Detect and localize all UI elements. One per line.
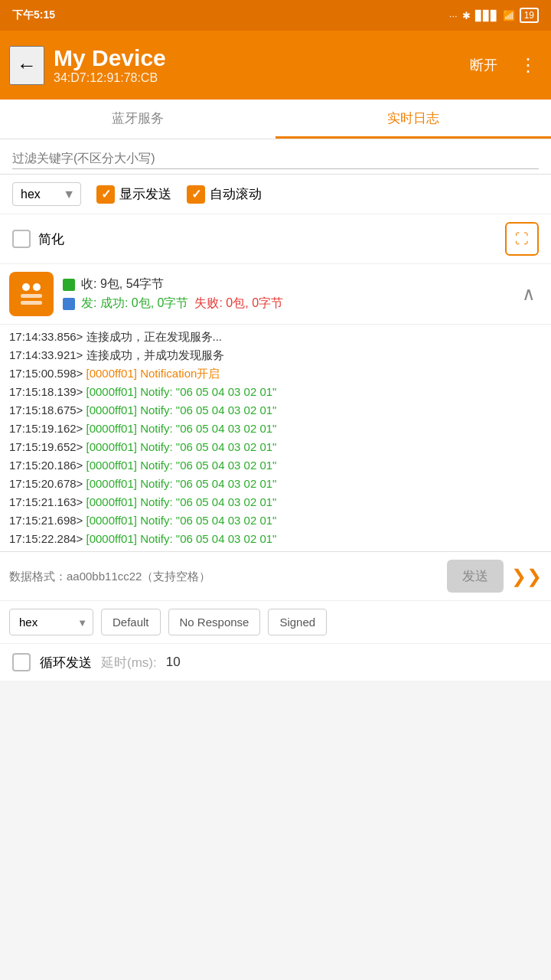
send-format-select[interactable]: hex — [9, 609, 93, 635]
loop-send-checkbox[interactable] — [12, 653, 31, 671]
signal-dots-icon: ··· — [449, 10, 458, 21]
disconnect-button[interactable]: 断开 — [462, 51, 505, 79]
log-line: 17:15:22.284> [0000ff01] Notify: "06 05 … — [9, 530, 542, 548]
bottom-options: hex ▼ Default No Response Signed — [0, 600, 551, 643]
show-send-checkbox[interactable]: ✓ — [96, 185, 115, 204]
icon-line2 — [21, 301, 42, 305]
log-timestamp: 17:14:33.856> — [9, 330, 83, 343]
log-message: 连接成功，并成功发现服务 — [83, 348, 223, 361]
send-button[interactable]: 发送 — [447, 560, 504, 593]
wifi-icon: 📶 — [503, 10, 515, 21]
status-bar: 下午5:15 ··· ✱ ▊▊▊ 📶 19 — [0, 0, 551, 31]
log-message: 连接成功，正在发现服务... — [83, 330, 222, 343]
recv-stat: 收: 9包, 54字节 — [63, 276, 507, 292]
simplify-left: 简化 — [12, 230, 64, 248]
log-line: 17:15:19.652> [0000ff01] Notify: "06 05 … — [9, 438, 542, 456]
send-success-text: 发: 成功: 0包, 0字节 — [81, 296, 188, 312]
log-line: 17:15:21.698> [0000ff01] Notify: "06 05 … — [9, 511, 542, 530]
icon-dot2 — [33, 283, 41, 291]
title-block: My Device 34:D7:12:91:78:CB — [54, 45, 453, 85]
loop-send-label: 循环发送 — [40, 654, 92, 671]
log-timestamp: 17:15:22.284> — [9, 532, 83, 545]
log-timestamp: 17:15:21.163> — [9, 495, 83, 508]
icon-line1 — [21, 294, 42, 298]
send-indicator — [63, 298, 75, 310]
log-line: 17:15:00.598> [0000ff01] Notification开启 — [9, 364, 542, 383]
log-line: 17:15:21.163> [0000ff01] Notify: "06 05 … — [9, 493, 542, 511]
auto-scroll-checkbox-label[interactable]: ✓ 自动滚动 — [187, 185, 262, 204]
show-send-checkbox-label[interactable]: ✓ 显示发送 — [96, 185, 171, 204]
simplify-row: 简化 ⛶ — [0, 214, 551, 264]
tab-realtime-log[interactable]: 实时日志 — [276, 100, 551, 139]
log-icon-block — [9, 272, 54, 316]
log-line: 17:15:20.186> [0000ff01] Notify: "06 05 … — [9, 456, 542, 475]
battery-icon: 19 — [520, 8, 539, 23]
expand-button[interactable]: ⛶ — [505, 222, 539, 256]
log-line: 17:15:18.675> [0000ff01] Notify: "06 05 … — [9, 401, 542, 420]
log-panel: 收: 9包, 54字节 发: 成功: 0包, 0字节 失败: 0包, 0字节 ∧… — [0, 264, 551, 551]
auto-scroll-checkbox[interactable]: ✓ — [187, 185, 205, 204]
delay-value: 10 — [166, 655, 181, 670]
status-time: 下午5:15 — [12, 8, 55, 22]
log-line: 17:14:33.921> 连接成功，并成功发现服务 — [9, 346, 542, 364]
log-message: [0000ff01] Notify: "06 05 04 03 02 01" — [83, 440, 276, 453]
log-line: 17:15:19.162> [0000ff01] Notify: "06 05 … — [9, 420, 542, 438]
log-message: [0000ff01] Notify: "06 05 04 03 02 01" — [83, 385, 276, 398]
tab-bar: 蓝牙服务 实时日志 — [0, 100, 551, 139]
filter-input[interactable] — [12, 149, 539, 169]
log-message: [0000ff01] Notify: "06 05 04 03 02 01" — [83, 477, 276, 490]
log-timestamp: 17:15:18.675> — [9, 403, 83, 416]
send-stat: 发: 成功: 0包, 0字节 失败: 0包, 0字节 — [63, 296, 507, 312]
log-timestamp: 17:15:20.186> — [9, 459, 83, 472]
send-bar: 发送 ❯❯ — [0, 551, 551, 600]
log-message: [0000ff01] Notify: "06 05 04 03 02 01" — [83, 403, 276, 416]
signed-button[interactable]: Signed — [268, 609, 327, 635]
log-timestamp: 17:15:20.678> — [9, 477, 83, 490]
log-stats: 收: 9包, 54字节 发: 成功: 0包, 0字节 失败: 0包, 0字节 — [63, 276, 507, 312]
loop-send-row: 循环发送 延时(ms): 10 — [0, 643, 551, 681]
back-button[interactable]: ← — [9, 46, 44, 85]
log-timestamp: 17:14:33.921> — [9, 348, 83, 361]
log-timestamp: 17:15:00.598> — [9, 367, 83, 380]
send-fail-text: 失败: 0包, 0字节 — [194, 296, 283, 312]
tab-bluetooth-services[interactable]: 蓝牙服务 — [0, 100, 276, 139]
checkmark-icon: ✓ — [101, 187, 111, 201]
log-message: [0000ff01] Notify: "06 05 04 03 02 01" — [83, 422, 276, 435]
log-header: 收: 9包, 54字节 发: 成功: 0包, 0字节 失败: 0包, 0字节 ∧ — [0, 264, 551, 325]
log-message: [0000ff01] Notification开启 — [83, 367, 220, 380]
log-timestamp: 17:15:21.698> — [9, 514, 83, 527]
options-row: hex ▼ ✓ 显示发送 ✓ 自动滚动 — [0, 175, 551, 214]
expand-down-icon[interactable]: ❯❯ — [511, 566, 542, 587]
log-message: [0000ff01] Notify: "06 05 04 03 02 01" — [83, 459, 276, 472]
log-timestamp: 17:15:19.652> — [9, 440, 83, 453]
log-message: [0000ff01] Notify: "06 05 04 03 02 01" — [83, 495, 276, 508]
chevron-up-icon: ∧ — [522, 283, 536, 304]
status-icons: ··· ✱ ▊▊▊ 📶 19 — [449, 8, 539, 23]
simplify-label: 简化 — [38, 230, 64, 248]
format-select[interactable]: hex — [12, 182, 81, 206]
expand-icon: ⛶ — [515, 231, 529, 247]
no-response-button[interactable]: No Response — [168, 609, 261, 635]
recv-indicator — [63, 279, 75, 291]
log-message: [0000ff01] Notify: "06 05 04 03 02 01" — [83, 532, 276, 545]
log-message: [0000ff01] Notify: "06 05 04 03 02 01" — [83, 514, 276, 527]
icon-dot1 — [22, 283, 30, 291]
simplify-checkbox[interactable] — [12, 230, 31, 248]
default-button[interactable]: Default — [101, 609, 161, 635]
more-options-button[interactable]: ⋮ — [514, 50, 542, 80]
log-lines: 17:14:33.856> 连接成功，正在发现服务...17:14:33.921… — [0, 325, 551, 551]
log-timestamp: 17:15:19.162> — [9, 422, 83, 435]
collapse-button[interactable]: ∧ — [516, 277, 542, 311]
bluetooth-icon: ✱ — [462, 10, 471, 21]
recv-text: 收: 9包, 54字节 — [81, 276, 164, 292]
device-name: My Device — [54, 45, 453, 71]
log-line: 17:15:18.139> [0000ff01] Notify: "06 05 … — [9, 383, 542, 401]
device-address: 34:D7:12:91:78:CB — [54, 71, 453, 85]
log-line: 17:14:33.856> 连接成功，正在发现服务... — [9, 328, 542, 346]
delay-label: 延时(ms): — [101, 654, 157, 671]
log-line: 17:15:20.678> [0000ff01] Notify: "06 05 … — [9, 475, 542, 493]
signal-bars-icon: ▊▊▊ — [475, 10, 498, 21]
filter-bar — [0, 139, 551, 175]
log-icon-row1 — [22, 283, 41, 291]
send-input[interactable] — [9, 570, 439, 583]
